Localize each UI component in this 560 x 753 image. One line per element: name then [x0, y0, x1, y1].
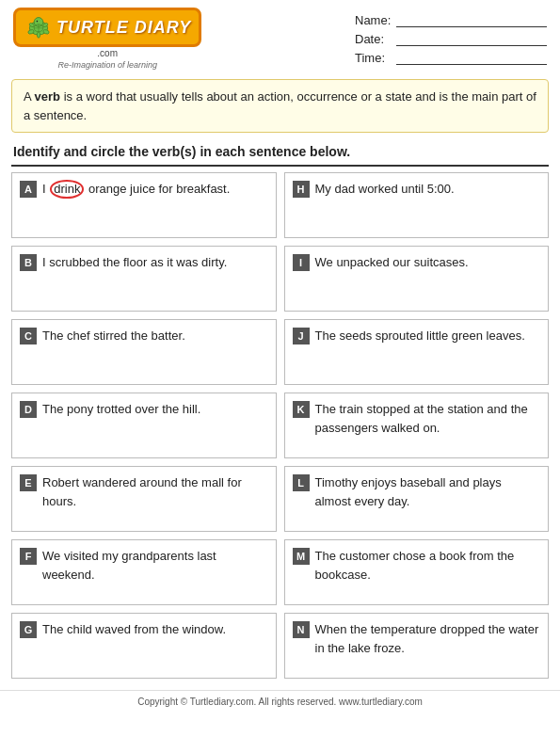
name-label: Name: [355, 13, 392, 27]
card-label-m: M [293, 548, 310, 565]
card-m: MThe customer chose a book from the book… [284, 539, 550, 605]
card-d: DThe pony trotted over the hill. [11, 393, 277, 458]
card-text-h: My dad worked until 5:00. [315, 180, 541, 199]
card-text-e: Robert wandered around the mall for hour… [42, 473, 268, 510]
card-text-n: When the temperature dropped the water i… [315, 620, 541, 657]
definition-box: A verb is a word that usually tells abou… [11, 79, 549, 133]
card-g: GThe child waved from the window. [11, 613, 277, 679]
card-text-c: The chef stirred the batter. [42, 327, 268, 345]
card-label-d: D [20, 401, 37, 418]
card-c: CThe chef stirred the batter. [11, 319, 277, 385]
card-label-j: J [293, 328, 310, 344]
date-line: Date: [355, 32, 547, 46]
instruction: Identify and circle the verb(s) in each … [0, 138, 560, 163]
cards-grid: AI drink orange juice for breakfast.HMy … [0, 172, 560, 686]
card-text-a: I drink orange juice for breakfast. [42, 180, 268, 199]
name-line: Name: [355, 13, 547, 27]
card-text-f: We visited my grandparents last weekend. [42, 547, 268, 584]
card-text-k: The train stopped at the station and the… [315, 400, 541, 437]
card-b: BI scrubbed the floor as it was dirty. [11, 246, 277, 312]
card-label-g: G [20, 621, 37, 638]
footer: Copyright © Turtlediary.com. All rights … [0, 690, 560, 713]
date-underline [396, 33, 547, 46]
card-l: LTimothy enjoys baseball and plays almos… [284, 466, 550, 532]
card-text-j: The seeds sprouted little green leaves. [315, 327, 541, 345]
logo-tagline: Re-Imagination of learning [57, 60, 157, 70]
card-label-h: H [293, 181, 310, 198]
card-f: FWe visited my grandparents last weekend… [11, 539, 277, 605]
card-text-d: The pony trotted over the hill. [42, 400, 268, 419]
card-k: KThe train stopped at the station and th… [284, 393, 550, 458]
card-label-l: L [293, 474, 310, 491]
card-j: JThe seeds sprouted little green leaves. [284, 319, 550, 385]
card-text-m: The customer chose a book from the bookc… [315, 547, 541, 584]
card-a: AI drink orange juice for breakfast. [11, 172, 277, 238]
name-underline [396, 14, 547, 27]
card-i: IWe unpacked our suitcases. [284, 246, 550, 312]
circled-word: drink [50, 180, 84, 199]
footer-text: Copyright © Turtlediary.com. All rights … [137, 697, 423, 707]
card-text-i: We unpacked our suitcases. [315, 253, 541, 272]
logo-com: .com [97, 48, 118, 58]
card-label-n: N [293, 621, 310, 638]
card-text-b: I scrubbed the floor as it was dirty. [42, 253, 268, 272]
card-label-i: I [293, 254, 310, 271]
turtle-icon [24, 14, 54, 40]
card-label-b: B [20, 254, 37, 271]
logo-area: TURTLE DIARY .com Re-Imagination of lear… [13, 8, 201, 70]
time-label: Time: [355, 51, 392, 65]
logo-box: TURTLE DIARY [13, 8, 201, 47]
svg-point-2 [37, 21, 39, 23]
card-e: ERobert wandered around the mall for hou… [11, 466, 277, 532]
svg-point-7 [37, 32, 40, 38]
time-underline [396, 52, 547, 65]
header: TURTLE DIARY .com Re-Imagination of lear… [0, 0, 560, 73]
logo-text: TURTLE DIARY [56, 18, 191, 38]
card-text-l: Timothy enjoys baseball and plays almost… [315, 473, 541, 510]
time-line: Time: [355, 51, 547, 65]
card-label-f: F [20, 548, 37, 565]
card-n: NWhen the temperature dropped the water … [284, 613, 550, 679]
card-label-e: E [20, 474, 37, 491]
card-text-g: The child waved from the window. [42, 620, 268, 639]
card-label-k: K [293, 401, 310, 418]
date-label: Date: [355, 32, 392, 46]
card-label-c: C [20, 328, 37, 344]
name-area: Name: Date: Time: [355, 8, 547, 65]
verb-keyword: verb [35, 89, 60, 104]
instruction-text: Identify and circle the verb(s) in each … [13, 144, 350, 159]
card-h: HMy dad worked until 5:00. [284, 172, 550, 238]
card-label-a: A [20, 181, 37, 198]
divider [11, 165, 549, 167]
